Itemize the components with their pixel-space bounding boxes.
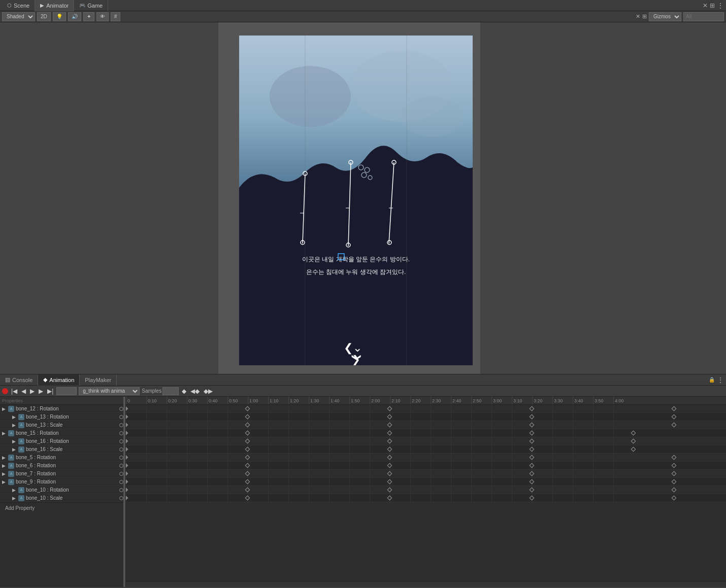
keyframe-diamond[interactable]	[126, 439, 128, 444]
record-button[interactable]	[2, 388, 8, 394]
next-frame-btn[interactable]: ▶	[38, 387, 44, 396]
expand-bone15[interactable]: ▶	[2, 431, 8, 436]
next-keyframe-btn[interactable]: ◆▶	[203, 387, 214, 396]
keyframe-diamond[interactable]	[631, 447, 636, 452]
keyframe-diamond[interactable]	[387, 439, 392, 444]
keyframe-diamond[interactable]	[245, 479, 250, 485]
tab-animation[interactable]: ◆ Animation	[38, 374, 80, 386]
keyframe-diamond[interactable]	[631, 439, 636, 444]
tab-console[interactable]: ▤ Console	[0, 374, 38, 386]
keyframe-diamond[interactable]	[245, 488, 250, 493]
keyframe-diamond[interactable]	[530, 406, 535, 411]
keyframe-diamond[interactable]	[672, 471, 677, 476]
tab-scene[interactable]: ⬡ Scene	[2, 0, 35, 11]
expand-bone16-rot[interactable]: ▶	[12, 439, 18, 444]
expand-bone13-scale[interactable]: ▶	[12, 423, 18, 428]
menu-icon[interactable]: ⋮	[717, 2, 724, 10]
keyframe-diamond[interactable]	[126, 447, 128, 452]
keyframe-diamond[interactable]	[530, 455, 535, 460]
maximize-icon[interactable]: ⊞	[710, 2, 715, 9]
expand-bone6[interactable]: ▶	[2, 463, 8, 468]
clip-select[interactable]: g_think with anima	[79, 387, 140, 395]
audio-btn[interactable]: 🔊	[68, 12, 81, 21]
keyframe-diamond[interactable]	[530, 496, 535, 501]
keyframe-diamond[interactable]	[126, 488, 128, 493]
keyframe-diamond[interactable]	[245, 447, 250, 452]
keyframe-diamond[interactable]	[672, 463, 677, 468]
keyframe-diamond[interactable]	[126, 455, 128, 460]
expand-bone12[interactable]: ▶	[2, 406, 8, 411]
keyframe-diamond[interactable]	[631, 431, 636, 436]
keyframe-diamond[interactable]	[387, 463, 392, 468]
keyframe-diamond[interactable]	[126, 463, 128, 468]
keyframe-diamond[interactable]	[245, 431, 250, 436]
keyframe-diamond[interactable]	[672, 406, 677, 411]
expand-bone7[interactable]: ▶	[2, 471, 8, 476]
panel-menu-btn[interactable]: ⋮	[717, 376, 724, 384]
expand-bone9[interactable]: ▶	[2, 479, 8, 485]
keyframe-diamond[interactable]	[245, 414, 250, 420]
grid-btn[interactable]: #	[111, 12, 121, 21]
shading-select[interactable]: Shaded	[2, 12, 35, 21]
gizmos-select[interactable]: Gizmos	[649, 12, 681, 21]
keyframe-diamond[interactable]	[387, 447, 392, 452]
keyframe-diamond[interactable]	[672, 414, 677, 420]
keyframe-diamond[interactable]	[245, 496, 250, 501]
add-property-button[interactable]: Add Property	[2, 504, 38, 512]
keyframe-diamond[interactable]	[126, 423, 128, 428]
expand-bone13-rot[interactable]: ▶	[12, 414, 18, 420]
keyframe-diamond[interactable]	[387, 471, 392, 476]
keyframe-diamond[interactable]	[245, 423, 250, 428]
keyframe-diamond[interactable]	[530, 439, 535, 444]
close-viewport-icon[interactable]: ✕	[636, 13, 640, 20]
keyframe-diamond[interactable]	[245, 471, 250, 476]
close-panel-icon[interactable]: ✕	[703, 2, 708, 9]
tab-game[interactable]: 🎮 Game	[74, 0, 108, 11]
keyframe-diamond[interactable]	[126, 479, 128, 485]
frame-input[interactable]: 0	[56, 387, 77, 395]
expand-bone10-scale[interactable]: ▶	[12, 496, 18, 501]
keyframe-diamond[interactable]	[245, 455, 250, 460]
add-keyframe-btn[interactable]: ◆	[181, 387, 187, 396]
keyframe-diamond[interactable]	[530, 447, 535, 452]
keyframe-diamond[interactable]	[126, 414, 128, 420]
maximize-viewport-icon[interactable]: ⊞	[642, 13, 647, 20]
keyframe-diamond[interactable]	[245, 463, 250, 468]
keyframe-diamond[interactable]	[387, 455, 392, 460]
keyframe-diamond[interactable]	[387, 406, 392, 411]
samples-input[interactable]: 60	[162, 387, 179, 395]
keyframe-diamond[interactable]	[530, 423, 535, 428]
keyframe-diamond[interactable]	[387, 423, 392, 428]
expand-bone16-scale[interactable]: ▶	[12, 447, 18, 452]
goto-start-btn[interactable]: |◀	[10, 387, 18, 396]
tab-animator[interactable]: ▶ Animator	[35, 0, 74, 11]
effects-btn[interactable]: ✦	[83, 12, 94, 21]
resize-handle[interactable]	[123, 397, 125, 587]
keyframe-diamond[interactable]	[387, 488, 392, 493]
play-btn[interactable]: ▶	[29, 387, 36, 396]
keyframe-diamond[interactable]	[245, 439, 250, 444]
keyframe-diamond[interactable]	[126, 406, 128, 411]
keyframe-diamond[interactable]	[126, 471, 128, 476]
panel-lock-icon[interactable]: 🔒	[709, 377, 715, 383]
goto-end-btn[interactable]: ▶|	[46, 387, 54, 396]
keyframe-diamond[interactable]	[672, 496, 677, 501]
keyframe-diamond[interactable]	[530, 414, 535, 420]
keyframe-diamond[interactable]	[672, 455, 677, 460]
expand-bone5[interactable]: ▶	[2, 455, 8, 460]
keyframe-diamond[interactable]	[387, 496, 392, 501]
keyframe-diamond[interactable]	[245, 406, 250, 411]
keyframe-diamond[interactable]	[126, 431, 128, 436]
keyframe-diamond[interactable]	[672, 488, 677, 493]
tab-playmaker[interactable]: PlayMaker	[80, 374, 117, 386]
keyframe-diamond[interactable]	[387, 431, 392, 436]
keyframe-diamond[interactable]	[530, 471, 535, 476]
keyframe-diamond[interactable]	[126, 496, 128, 501]
keyframe-diamond[interactable]	[530, 479, 535, 485]
keyframe-diamond[interactable]	[387, 479, 392, 485]
prev-keyframe-btn[interactable]: ◀◆	[189, 387, 201, 396]
search-input[interactable]	[683, 12, 724, 21]
timeline-scrollbar[interactable]	[126, 581, 726, 587]
keyframe-diamond[interactable]	[530, 488, 535, 493]
keyframe-diamond[interactable]	[530, 431, 535, 436]
